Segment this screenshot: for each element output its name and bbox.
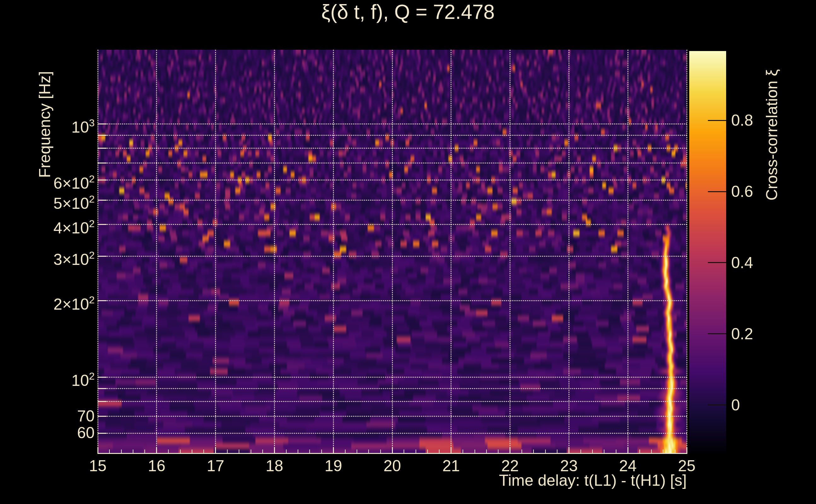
- y-tick-label: 60: [0, 425, 95, 441]
- colorbar: [689, 51, 726, 453]
- colorbar-tick-label: 0.6: [731, 183, 753, 200]
- figure-canvas: ξ(δ t, f), Q = 72.478 1036×1025×1024×102…: [0, 0, 816, 504]
- y-tick-label: 4×102: [0, 216, 95, 236]
- y-tick-label: 70: [0, 408, 95, 424]
- x-tick-label: 18: [256, 458, 293, 474]
- colorbar-title: Cross-correlation ξ: [764, 47, 780, 223]
- colorbar-tick-label: 0.8: [731, 112, 753, 129]
- y-tick-label: 2×102: [0, 292, 95, 312]
- colorbar-tick-label: 0.2: [731, 326, 753, 342]
- x-tick-label: 17: [197, 458, 235, 474]
- x-tick-label: 16: [138, 458, 175, 474]
- x-tick-label: 20: [373, 458, 411, 474]
- colorbar-tick-label: 0: [731, 397, 740, 413]
- x-tick-label: 15: [79, 458, 117, 474]
- x-axis-title: Time delay: t(L1) - t(H1) [s]: [403, 472, 687, 489]
- y-tick-label: 102: [0, 369, 95, 389]
- colorbar-tick-label: 0.4: [731, 255, 753, 271]
- x-tick-label: 21: [432, 458, 470, 474]
- y-tick-label: 3×102: [0, 248, 95, 268]
- y-axis-title: Frequency [Hz]: [37, 49, 53, 200]
- spectrogram-heatmap: [98, 50, 687, 454]
- plot-title: ξ(δ t, f), Q = 72.478: [0, 1, 816, 23]
- x-tick-label: 19: [314, 458, 352, 474]
